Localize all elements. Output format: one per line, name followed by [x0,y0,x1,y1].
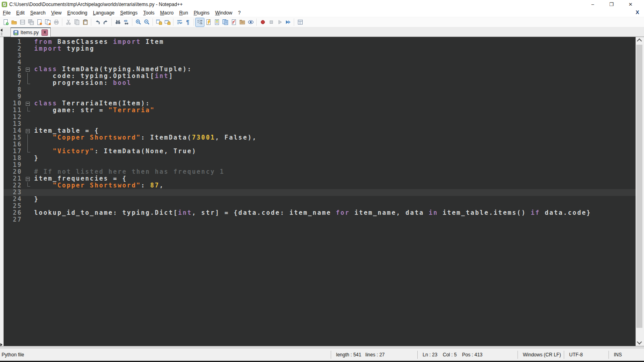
show-indent-guide-icon[interactable] [196,18,204,27]
line-number[interactable]: 2 [4,45,22,52]
tab-items-py[interactable]: Items.py x [10,27,51,37]
line-number[interactable]: 20 [4,169,22,175]
scroll-down-arrow-icon[interactable] [636,339,643,346]
code-text: progression: bool [34,80,636,86]
line-number[interactable]: 3 [4,52,22,59]
zoom-in-icon[interactable] [134,18,142,27]
line-number[interactable]: 7 [4,80,22,86]
menu-item-window[interactable]: Window [213,9,235,16]
line-number[interactable]: 6 [4,73,22,80]
fold-margin [22,86,34,93]
vertical-scrollbar[interactable] [636,37,643,346]
find-icon[interactable] [114,18,122,27]
save-recorded-macro-icon[interactable] [296,18,304,27]
document-list-icon[interactable] [221,18,229,27]
line-number[interactable]: 25 [4,203,22,210]
close-file-icon[interactable] [35,18,43,27]
monitoring-icon[interactable] [246,18,255,27]
code-text: item_frequencies = { [34,175,636,182]
line-number[interactable]: 19 [4,162,22,169]
record-macro-icon[interactable] [258,18,267,27]
menu-item-macro[interactable]: Macro [157,9,176,16]
menu-item-language[interactable]: Language [90,9,117,16]
line-number[interactable]: 1 [4,39,22,45]
line-number[interactable]: 14 [4,128,22,134]
scrollbar-thumb[interactable] [636,45,642,328]
code-editor[interactable]: 1from BaseClasses import Item2import typ… [4,37,636,346]
line-number[interactable]: 16 [4,141,22,148]
dock-arrow-bottom-icon[interactable] [0,343,2,346]
line-number[interactable]: 4 [4,59,22,66]
sync-horizontal-scroll-icon[interactable] [163,18,171,27]
fold-collapse-icon[interactable] [22,66,34,73]
menu-item-edit[interactable]: Edit [13,9,27,16]
sync-vertical-scroll-icon[interactable] [155,18,163,27]
word-wrap-icon[interactable] [175,18,184,27]
fold-collapse-icon[interactable] [22,128,34,134]
line-number[interactable]: 26 [4,210,22,216]
line-number[interactable]: 15 [4,134,22,141]
fold-collapse-icon[interactable] [22,100,34,107]
folder-as-workspace-icon[interactable] [238,18,246,27]
menu-item-encoding[interactable]: Encoding [64,9,90,16]
copy-icon[interactable] [72,18,81,27]
line-number[interactable]: 5 [4,66,22,73]
run-macro-multiple-icon[interactable] [284,18,292,27]
line-number[interactable]: 8 [4,86,22,93]
menubar-close-icon[interactable]: X [636,9,639,15]
stop-recording-icon[interactable] [267,18,275,27]
undo-icon[interactable] [93,18,101,27]
playback-macro-icon[interactable] [275,18,284,27]
line-number[interactable]: 12 [4,114,22,121]
close-all-icon[interactable] [43,18,52,27]
title-bar[interactable]: C:\Users\Dood\Documents\tmp\Archipelago\… [0,0,644,9]
user-defined-language-icon[interactable] [204,18,213,27]
tab-label: Items.py [21,30,39,35]
restore-button[interactable]: ❐ [602,0,621,9]
code-text: } [34,155,636,162]
open-file-icon[interactable] [10,18,18,27]
menu-item-tools[interactable]: Tools [140,9,157,16]
close-button[interactable]: ✕ [621,0,640,9]
replace-icon[interactable]: ab [122,18,130,27]
code-text: "Victory": ItemData(None, True) [34,148,636,155]
dock-splitter-left[interactable] [0,37,4,346]
line-number[interactable]: 23 [4,189,22,196]
menu-item-help[interactable]: ? [235,9,244,16]
line-number[interactable]: 13 [4,121,22,128]
status-bar: Python file length : 541 lines : 27 Ln :… [0,349,644,361]
fold-collapse-icon[interactable] [22,175,34,182]
menu-item-run[interactable]: Run [176,9,191,16]
redo-icon[interactable] [101,18,110,27]
zoom-out-icon[interactable] [142,18,151,27]
paste-icon[interactable] [81,18,89,27]
tab-close-icon[interactable]: x [41,29,48,36]
line-number[interactable]: 17 [4,148,22,155]
line-number[interactable]: 9 [4,93,22,100]
save-file-icon[interactable] [18,18,27,27]
document-map-icon[interactable] [213,18,221,27]
line-number[interactable]: 11 [4,107,22,114]
dock-arrow-left-icon[interactable] [0,29,2,32]
menu-item-plugins[interactable]: Plugins [191,9,212,16]
menu-item-view[interactable]: View [48,9,64,16]
save-all-icon[interactable] [27,18,35,27]
line-number[interactable]: 24 [4,196,22,203]
scroll-up-arrow-icon[interactable] [636,37,643,44]
new-file-icon[interactable] [1,18,10,27]
code-text: from BaseClasses import Item [34,39,636,45]
line-number[interactable]: 10 [4,100,22,107]
minimize-button[interactable]: – [583,0,602,9]
function-list-icon[interactable] [229,18,238,27]
line-number[interactable]: 21 [4,175,22,182]
code-line: 2import typing [4,45,636,52]
cut-icon[interactable] [64,18,72,27]
line-number[interactable]: 22 [4,182,22,189]
show-all-characters-icon[interactable]: ¶ [184,18,192,27]
line-number[interactable]: 18 [4,155,22,162]
menu-item-search[interactable]: Search [27,9,48,16]
menu-item-file[interactable]: File [0,9,13,16]
menu-item-settings[interactable]: Settings [117,9,140,16]
print-icon[interactable] [52,18,60,27]
line-number[interactable]: 27 [4,216,22,223]
